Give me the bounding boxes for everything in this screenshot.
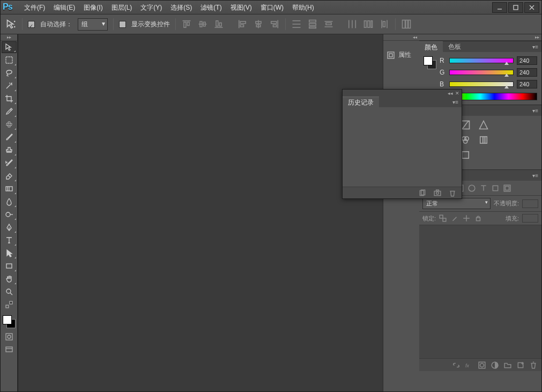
delete-layer-icon[interactable] <box>530 361 537 369</box>
color-panel-menu[interactable]: ▾≡ <box>529 44 541 50</box>
g-input[interactable] <box>517 68 537 77</box>
brush-tool[interactable] <box>2 131 17 143</box>
layers-list[interactable] <box>419 225 541 358</box>
eyedropper-tool[interactable] <box>2 106 17 117</box>
dist-top-icon[interactable] <box>291 19 302 29</box>
dist-vcenter-icon[interactable] <box>307 19 318 29</box>
shape-tool[interactable] <box>2 260 17 272</box>
adj-bw-icon[interactable] <box>478 135 489 145</box>
dodge-tool[interactable] <box>2 209 17 220</box>
filter-adjust-icon[interactable] <box>468 184 476 192</box>
foreground-swatch[interactable] <box>3 315 12 324</box>
mask-icon[interactable] <box>478 361 486 369</box>
rightcol-collapse[interactable]: ▸▸ <box>419 34 541 41</box>
fill-input[interactable] <box>522 214 538 223</box>
hand-tool[interactable] <box>2 273 17 285</box>
b-slider[interactable] <box>449 82 514 87</box>
show-transform-checkbox[interactable] <box>119 21 126 28</box>
toolbox-collapse[interactable]: ▸▸ <box>1 34 17 41</box>
propcol-collapse[interactable]: ◂◂ <box>383 34 419 41</box>
history-close-icon[interactable]: ✕ <box>455 91 459 96</box>
new-adjustment-icon[interactable] <box>491 361 499 369</box>
lock-transparent-icon[interactable] <box>439 215 447 222</box>
align-left-icon[interactable] <box>237 19 248 29</box>
canvas-area[interactable] <box>18 34 383 391</box>
wand-tool[interactable] <box>2 80 17 92</box>
menu-filter[interactable]: 滤镜(T) <box>196 1 226 14</box>
healing-tool[interactable] <box>2 119 17 130</box>
arrange-icon[interactable] <box>401 19 412 29</box>
dist-bottom-icon[interactable] <box>323 19 334 29</box>
lock-all-icon[interactable] <box>474 215 482 222</box>
blur-tool[interactable] <box>2 196 17 208</box>
align-vcenter-icon[interactable] <box>197 19 208 29</box>
history-collapse-icon[interactable]: ◂◂ <box>448 91 453 96</box>
history-delete-icon[interactable] <box>449 189 456 197</box>
b-input[interactable] <box>517 80 537 88</box>
align-top-icon[interactable] <box>181 19 192 29</box>
swap-colors-icon[interactable] <box>5 300 13 309</box>
path-select-tool[interactable] <box>2 247 17 259</box>
quickmask-icon[interactable] <box>5 332 13 341</box>
gradient-tool[interactable] <box>2 183 17 195</box>
move-tool[interactable] <box>2 41 17 53</box>
menu-help[interactable]: 帮助(H) <box>288 1 318 14</box>
g-slider[interactable] <box>449 70 514 75</box>
align-bottom-icon[interactable] <box>213 19 224 29</box>
color-panel-swatches[interactable] <box>424 56 436 69</box>
fx-icon[interactable]: fx <box>465 361 473 369</box>
minimize-button[interactable] <box>492 2 507 13</box>
history-brush-tool[interactable] <box>2 157 17 169</box>
properties-tab[interactable]: 属性 <box>383 47 419 63</box>
layers-panel-menu[interactable]: ▾≡ <box>529 173 541 179</box>
menu-layer[interactable]: 图层(L) <box>107 1 137 14</box>
link-layers-icon[interactable] <box>452 361 460 369</box>
pen-tool[interactable] <box>2 221 17 233</box>
type-tool[interactable] <box>2 234 17 246</box>
align-hcenter-icon[interactable] <box>253 19 264 29</box>
new-layer-icon[interactable] <box>517 361 524 369</box>
tab-history[interactable]: 历史记录 <box>343 97 379 107</box>
blend-mode-dropdown[interactable]: 正常 <box>422 198 491 209</box>
lock-pixels-icon[interactable] <box>451 215 458 222</box>
history-newdoc-icon[interactable] <box>419 189 426 197</box>
menu-select[interactable]: 选择(S) <box>166 1 196 14</box>
adj-exposure-icon[interactable] <box>478 120 489 130</box>
auto-select-checkbox[interactable] <box>28 21 35 28</box>
zoom-tool[interactable] <box>2 286 17 298</box>
history-snapshot-icon[interactable] <box>434 189 441 197</box>
filter-smart-icon[interactable] <box>503 184 511 192</box>
lasso-tool[interactable] <box>2 67 17 79</box>
dist-hcenter-icon[interactable] <box>363 19 374 29</box>
menu-file[interactable]: 文件(F) <box>20 1 49 14</box>
marquee-tool[interactable] <box>2 54 17 66</box>
lock-position-icon[interactable] <box>463 215 470 222</box>
stamp-tool[interactable] <box>2 144 17 156</box>
menu-type[interactable]: 文字(Y) <box>136 1 166 14</box>
r-input[interactable] <box>517 56 537 65</box>
menu-edit[interactable]: 编辑(E) <box>49 1 79 14</box>
menu-view[interactable]: 视图(V) <box>226 1 256 14</box>
tab-swatches[interactable]: 色板 <box>443 41 466 52</box>
auto-select-dropdown[interactable]: 组 <box>78 18 108 31</box>
screenmode-icon[interactable] <box>5 345 13 354</box>
dist-right-icon[interactable] <box>379 19 390 29</box>
filter-type-icon[interactable] <box>480 184 487 192</box>
align-right-icon[interactable] <box>269 19 280 29</box>
filter-shape-icon[interactable] <box>492 184 499 192</box>
opacity-input[interactable] <box>522 199 538 208</box>
menu-window[interactable]: 窗口(W) <box>256 1 288 14</box>
close-button[interactable] <box>524 2 539 13</box>
tab-color[interactable]: 颜色 <box>419 41 443 52</box>
color-swatches[interactable] <box>3 315 16 328</box>
history-panel[interactable]: ◂◂ ✕ 历史记录 ▾≡ <box>342 89 462 199</box>
crop-tool[interactable] <box>2 93 17 105</box>
new-group-icon[interactable] <box>504 361 511 369</box>
adjustments-panel-menu[interactable]: ▾≡ <box>529 108 541 114</box>
dist-left-icon[interactable] <box>347 19 358 29</box>
eraser-tool[interactable] <box>2 170 17 182</box>
history-list[interactable] <box>343 107 462 187</box>
active-tool-icon[interactable] <box>6 19 17 29</box>
r-slider[interactable] <box>449 58 514 63</box>
history-panel-menu[interactable]: ▾≡ <box>449 99 462 105</box>
